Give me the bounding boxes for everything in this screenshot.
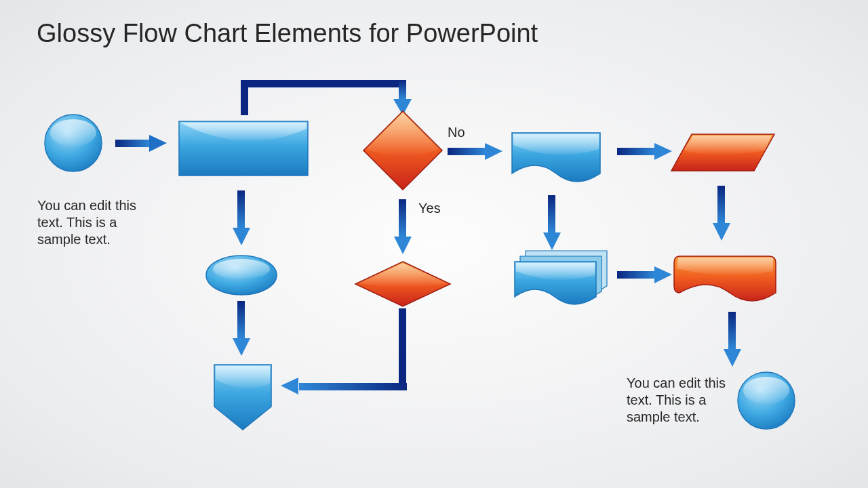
node-offpage (214, 365, 271, 430)
svg-marker-5 (393, 99, 412, 115)
svg-marker-19 (654, 266, 672, 283)
arrow-start-to-process (115, 135, 167, 152)
arrow-multidoc-to-display (617, 266, 672, 283)
svg-marker-7 (233, 228, 250, 245)
svg-marker-34 (355, 262, 450, 306)
svg-rect-22 (237, 301, 245, 338)
arrow-process-to-decision (241, 80, 412, 115)
svg-point-28 (50, 119, 96, 146)
node-flat-decision (355, 262, 450, 306)
node-process-rect (179, 121, 308, 176)
svg-marker-13 (654, 143, 672, 160)
node-start-circle (45, 115, 102, 171)
svg-marker-23 (233, 338, 250, 356)
svg-marker-21 (724, 349, 741, 367)
arrow-decision-to-doc (448, 143, 502, 160)
node-data-parallelogram (671, 134, 774, 171)
node-multi-doc (515, 251, 607, 304)
node-doc-blue (512, 133, 600, 182)
svg-rect-14 (548, 195, 555, 232)
svg-rect-2 (241, 80, 248, 115)
svg-point-27 (45, 115, 102, 171)
arrow-process-to-ellipse (233, 190, 250, 245)
arrow-doc-to-data (617, 143, 672, 160)
svg-marker-31 (671, 134, 774, 171)
edge-label-no: No (448, 125, 465, 140)
svg-point-33 (213, 259, 270, 279)
svg-rect-0 (115, 140, 149, 147)
svg-point-32 (206, 256, 277, 295)
svg-marker-11 (394, 237, 412, 254)
svg-rect-18 (617, 271, 654, 279)
arrow-display-to-end (724, 312, 741, 367)
svg-rect-3 (241, 80, 406, 87)
svg-marker-26 (281, 378, 298, 394)
caption-right: You can edit this text. This is a sample… (627, 375, 749, 426)
svg-rect-25 (299, 383, 407, 390)
node-decision-diamond (363, 111, 442, 190)
node-display-orange (674, 256, 776, 301)
svg-rect-20 (728, 312, 736, 349)
svg-rect-24 (399, 308, 406, 390)
svg-marker-30 (363, 111, 442, 190)
svg-marker-15 (543, 232, 561, 250)
svg-marker-17 (713, 223, 730, 241)
svg-rect-10 (399, 199, 406, 237)
edge-label-yes: Yes (418, 201, 441, 216)
svg-rect-16 (717, 186, 725, 223)
svg-rect-6 (237, 190, 245, 228)
svg-rect-12 (617, 148, 654, 155)
caption-left: You can edit this text. This is a sample… (37, 197, 159, 248)
svg-marker-9 (485, 143, 502, 160)
svg-point-36 (743, 377, 789, 404)
svg-rect-4 (399, 80, 406, 99)
arrow-doc-to-multidoc (543, 195, 561, 250)
node-ellipse-blue (206, 256, 277, 295)
svg-rect-8 (448, 148, 485, 155)
arrow-ellipse-to-offpage (233, 301, 250, 356)
svg-rect-29 (179, 121, 308, 176)
arrow-decision-to-flatdecision (394, 199, 412, 254)
svg-marker-1 (149, 135, 167, 152)
arrow-data-to-display (713, 186, 730, 241)
arrow-flatdecision-to-offpage (281, 308, 407, 394)
slide-title: Glossy Flow Chart Elements for PowerPoin… (37, 19, 538, 48)
